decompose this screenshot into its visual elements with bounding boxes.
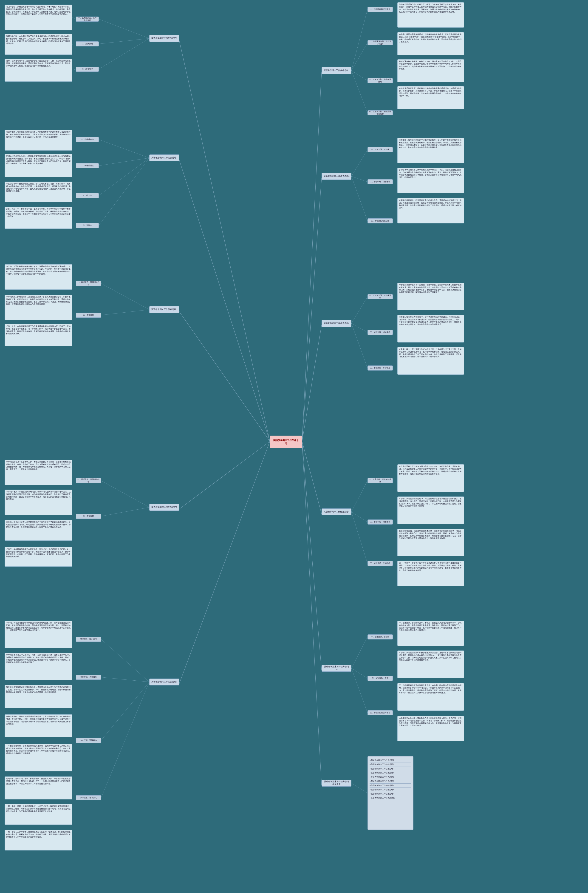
branch-7: 英语教学期末工作任务总结7 xyxy=(149,504,179,511)
b9-leaf6: 总结一下，整个学期，教学工作是辛苦的，但也是充实的，每当看到学生在英语学习上有所… xyxy=(4,776,72,800)
b6-leaf2: 本学期，我在英语教学过程中，进行了多种形式的语言训练，包括听力训练、口语训练、阅… xyxy=(398,315,464,343)
b10-sub1: 一、以课堂教、班级辅 xyxy=(368,634,393,639)
mindmap-container: 英语教学期末工作任务总结 英语教学期末工作任务总结1 一、以课堂为主、提升业务素… xyxy=(0,0,588,893)
b9-leaf4: 在教学工作中，我始终坚持严谨治学的态度，认真对待每一堂课，精心备好每一节课，做到… xyxy=(4,714,72,737)
b7-leaf1: 本学期我担任高一英语教学工作，本学期我共教了两个班级，班学生积极配合我的教学工作… xyxy=(4,460,72,485)
b9-sub3: 入人行德、班级精神 xyxy=(76,738,101,743)
svg-line-31 xyxy=(351,323,368,332)
svg-line-3 xyxy=(179,441,270,509)
b7-sub1: 一、以课堂教、班级辅助并举 xyxy=(76,478,101,483)
svg-line-15 xyxy=(72,44,76,44)
svg-line-42 xyxy=(351,637,368,668)
b3-sub1: 一、勤练基本功 xyxy=(76,137,99,142)
svg-line-12 xyxy=(99,38,149,44)
branch-2: 英语教学期末工作任务总结2 xyxy=(322,67,351,74)
b7-leaf2: 本学期共参加了学校组织的教研活动，积极学习先进的教学理念和教学方法，认真听取同事… xyxy=(4,490,72,515)
b10-leaf1: 一、以课堂教、班级辅助并举。本学期，我积极开展英语课堂教学改革，尝试多种教学方法… xyxy=(398,621,464,646)
svg-line-37 xyxy=(351,512,368,564)
b2-sub2: 二、增强课堂效果、培养学习兴趣 xyxy=(368,40,393,45)
link-item-7[interactable]: ● 英语教学期末工作任务总结7 xyxy=(370,783,411,788)
b4-sub1: 一、以切实际，下功夫 xyxy=(368,147,393,152)
b2-leaf4: 在推进素质教育方面，我积极组织学生参加各类课外英语活动，如英语演讲比赛、英语写作… xyxy=(398,86,464,109)
b1-sub3: 三、班务管理 xyxy=(76,67,99,72)
b7-leaf3: 工作二，学生作业方面，本学期对学生的书面作业进行了认真的批改和评价，及时反馈学生… xyxy=(4,520,72,541)
svg-line-23 xyxy=(99,158,149,195)
b8-sub1: 一、以课堂教、班级辅助并举 xyxy=(368,478,393,483)
svg-line-36 xyxy=(351,512,368,522)
b4-sub3: 三、加强师生情感联络 xyxy=(368,218,393,223)
b2-sub4: 四、以减负为切，积极推进素质教育 xyxy=(368,110,393,116)
svg-line-22 xyxy=(99,158,149,166)
link-item-9[interactable]: ● 英语教学期末工作任务总结9 xyxy=(370,792,411,796)
svg-line-17 xyxy=(351,9,368,71)
b3-sub2: 二、转化后进生 xyxy=(76,163,99,168)
b5-sub1: 一、以课堂教、班级辅导并举 xyxy=(76,281,101,286)
svg-line-25 xyxy=(351,150,368,176)
link-item-4[interactable]: ● 英语教学期末工作任务总结4 xyxy=(370,771,411,775)
svg-line-8 xyxy=(302,441,322,514)
svg-line-38 xyxy=(101,639,149,682)
svg-line-18 xyxy=(351,43,368,71)
b1-sub1: 一、以课堂为主、提升业务素质 xyxy=(76,17,99,22)
svg-line-4 xyxy=(179,441,270,684)
svg-line-14 xyxy=(72,17,76,19)
b2-leaf1: 作为教师要紧随当今社会教学工作中育人为本的教育教学改革的大方向，将学科综合计划教… xyxy=(398,2,464,28)
b8-sub2: 二、加强训练，增加素养 xyxy=(368,520,393,525)
b11-links: ● 英语教学期末工作任务总结1 ● 英语教学期末工作任务总结2 ● 英语教学期末… xyxy=(368,756,413,830)
center-node: 英语教学期末工作任务总结 xyxy=(270,436,302,448)
svg-line-41 xyxy=(101,682,149,798)
svg-line-35 xyxy=(351,481,368,512)
b9-leaf7: 一般一学期一学期，根据教学和教研计划的完成情况，我们高中英语教学组织一次教研组总… xyxy=(4,804,72,825)
b8-leaf4: 这一一学期了，英语学习似乎变得越来越有趣，学生在英语学科成绩方面提升明显，期末考… xyxy=(398,561,464,586)
b8-leaf3: 在班级管理方面，我注重班级的整体发展，通过丰富多彩的班级活动，增强了班级的凝聚力… xyxy=(398,529,464,556)
link-item-8[interactable]: ● 英语教学期末工作任务总结8 xyxy=(370,788,411,792)
b10-leaf3: 三、积极推进素质教育与教师专业成长。本学期，我在努力完成教学任务的同时，积极参加… xyxy=(398,683,464,711)
link-item-10[interactable]: ● 英语教学期末工作任务总结10 xyxy=(370,796,411,800)
svg-line-29 xyxy=(101,310,149,315)
b9-leaf2: 本学期英语考查工作认真落实，期中、期末考试组织有序，试卷命题科学合理，注重考查学… xyxy=(4,653,72,680)
b3-leaf2: 积极做好教学工作的同时，认真参与英语教学团队的集体备课活动，加强与其他英语教师的… xyxy=(4,154,72,177)
b8-leaf1: 本学期英语教学工作在各方面均取得了一定成绩。在日常教学中，我认真备课，精心设计每… xyxy=(398,464,464,492)
svg-line-19 xyxy=(351,71,368,81)
b10-sub2: 二、加强素质，教育 xyxy=(368,676,393,681)
svg-line-11 xyxy=(99,19,149,38)
b6-sub1: 一、以切切实际，下功夫学生 xyxy=(368,294,393,299)
svg-line-44 xyxy=(351,668,368,713)
svg-line-7 xyxy=(302,325,322,441)
b2-sub3: 三、以减负为切，加强学法辅导 xyxy=(368,78,393,83)
b9-leaf5: 一个教师最重要的，是学生愿意把他当成朋友，我在教学和管理中，尽力让自己成为学生的… xyxy=(4,744,72,771)
b8-leaf2: 本学期，我在英语教学过程中，特别注重对学生进行系统的语言知识训练，包括词汇积累、… xyxy=(398,496,464,524)
link-item-2[interactable]: ● 英语教学期末工作任务总结2 xyxy=(370,762,411,767)
svg-line-0 xyxy=(179,40,270,441)
b6-leaf1: 本学期英语教学取得了一定成效。在教学方面，坚持以学生为本，根据学生的实际情况，设… xyxy=(398,283,464,310)
b4-leaf1: 本学期初，教学组共同制定了详细的英语教学计划，明确了本学期的教学目标和教学重点。… xyxy=(398,138,464,163)
svg-line-26 xyxy=(351,176,368,182)
branch-5: 英语教学期末工作任务总结5 xyxy=(149,306,179,313)
b3-leaf4: 此外，总结一下，整个学期下来，工作虽有辛苦，但在学生的进步中找到了教学的乐趣，感… xyxy=(4,207,72,229)
svg-line-16 xyxy=(72,69,76,70)
b9-sub2: 考查方式、考查思路 xyxy=(76,675,101,680)
branch-4: 英语教学期末工作任务总结4 xyxy=(322,173,351,180)
branch-1: 英语教学期末工作任务总结1 xyxy=(149,35,179,42)
b1-leaf1: 在上一学期，我校的英语教学取得了一定的成绩，具体表现在：课堂教学方面，教师们积极… xyxy=(4,5,72,30)
b1-leaf2: 教研活动方面，本学期共开展了多次集体备课活动，教师们共同研讨教材内容，分享教学经… xyxy=(4,34,72,55)
b2-leaf2: 本学期，我结合英语学科特点，积极探索多种教学模式，充分利用多媒体教学资源，采用"… xyxy=(398,32,464,55)
branch-8: 英语教学期末工作任务总结8 xyxy=(322,508,351,515)
b9-leaf1: 本学期，我在英语教学中积极推进知识的整理与积累工作，引导学生建立英语词汇表、语法… xyxy=(4,621,72,648)
b5-sub2: 二、着重教研 xyxy=(76,313,101,318)
branch-1-label: 英语教学期末工作任务总结1 xyxy=(152,37,177,40)
branch-10: 英语教学期末工作任务总结10 xyxy=(322,665,351,672)
b3-leaf3: 学生课后自学和自我管理能力较差，学习主动性不强，在接下来的工作中，我要着力培养学… xyxy=(4,182,72,202)
link-item-5[interactable]: ● 英语教学期末工作任务总结5 xyxy=(370,775,411,779)
branch-3: 英语教学期末工作任务总结3 xyxy=(149,155,179,161)
b4-leaf2: 针对英语学习的特点，本学期加强了对学生语音、词汇、语法等基础知识的训练，同时注重… xyxy=(398,168,464,193)
svg-line-9 xyxy=(302,441,322,670)
b5-leaf3: 总结：总之，本学期英语教学工作在全体英语教师的共同努力下，取得了一定的成绩，但也… xyxy=(4,324,72,346)
svg-line-1 xyxy=(179,160,270,441)
svg-line-10 xyxy=(302,441,322,785)
link-item-3[interactable]: ● 英语教学期末工作任务总结3 xyxy=(370,767,411,771)
link-item-1[interactable]: ● 英语教学期末工作任务总结1 xyxy=(370,758,411,762)
b7-leaf-extra: 总结二，本学期虽然各项工作都取得了一定的成绩，但仍然存在很多不足之处，比如对学生… xyxy=(4,547,72,567)
svg-line-27 xyxy=(351,176,368,221)
link-item-6[interactable]: ● 英语教学期末工作任务总结6 xyxy=(370,779,411,783)
